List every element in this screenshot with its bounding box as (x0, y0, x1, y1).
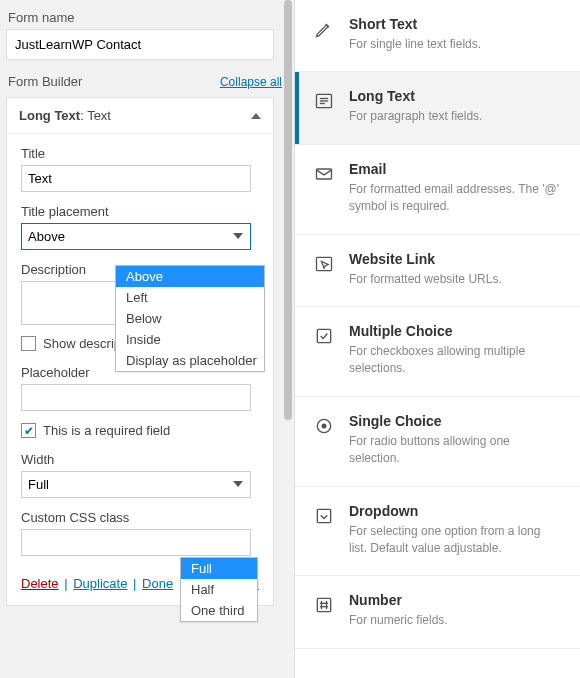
placement-option[interactable]: Inside (116, 329, 264, 350)
placement-option[interactable]: Display as placeholder (116, 350, 264, 371)
field-types-panel: Short TextFor single line text fields.Lo… (295, 0, 580, 678)
checkbox-icon (313, 325, 335, 347)
field-type-desc: For single line text fields. (349, 36, 560, 53)
field-type-desc: For formatted website URLs. (349, 271, 560, 288)
svg-rect-10 (317, 599, 330, 612)
done-link[interactable]: Done (142, 576, 173, 591)
svg-point-8 (322, 423, 327, 428)
field-type-single-choice[interactable]: Single ChoiceFor radio buttons allowing … (295, 397, 580, 487)
field-header-title: Long Text: Text (19, 108, 111, 123)
collapse-all-link[interactable]: Collapse all (220, 75, 282, 89)
paragraph-icon (313, 90, 335, 112)
field-header[interactable]: Long Text: Text (7, 98, 273, 134)
title-input[interactable] (21, 165, 251, 192)
scrollbar-thumb[interactable] (284, 0, 292, 420)
title-label: Title (21, 146, 259, 161)
placeholder-input[interactable] (21, 384, 251, 411)
radio-icon (313, 415, 335, 437)
field-type-long-text[interactable]: Long TextFor paragraph text fields. (295, 72, 580, 144)
chevron-up-icon (251, 113, 261, 119)
dropdown-icon (313, 505, 335, 527)
placement-option[interactable]: Left (116, 287, 264, 308)
form-builder-panel: Form name Form Builder Collapse all Long… (0, 0, 295, 678)
field-type-website-link[interactable]: Website LinkFor formatted website URLs. (295, 235, 580, 307)
custom-css-label: Custom CSS class (21, 510, 259, 525)
field-type-title: Short Text (349, 16, 560, 32)
mail-icon (313, 163, 335, 185)
field-type-desc: For paragraph text fields. (349, 108, 560, 125)
cursor-icon (313, 253, 335, 275)
custom-css-input[interactable] (21, 529, 251, 556)
scrollbar[interactable] (284, 0, 292, 678)
pencil-icon (313, 18, 335, 40)
svg-rect-9 (317, 509, 330, 522)
svg-rect-4 (317, 169, 332, 179)
field-type-title: Long Text (349, 88, 560, 104)
width-select[interactable] (21, 471, 251, 498)
field-type-number[interactable]: NumberFor numeric fields. (295, 576, 580, 648)
required-checkbox-row[interactable]: This is a required field (21, 423, 259, 438)
title-placement-dropdown: AboveLeftBelowInsideDisplay as placehold… (115, 265, 265, 372)
hash-icon (313, 594, 335, 616)
field-type-desc: For numeric fields. (349, 612, 560, 629)
field-type-title: Multiple Choice (349, 323, 560, 339)
field-type-short-text[interactable]: Short TextFor single line text fields. (295, 0, 580, 72)
delete-link[interactable]: Delete (21, 576, 59, 591)
tooltip-checkbox[interactable] (21, 336, 36, 351)
form-name-input[interactable] (6, 29, 274, 60)
placement-option[interactable]: Below (116, 308, 264, 329)
field-type-label: Long Text (19, 108, 80, 123)
required-checkbox-label: This is a required field (43, 423, 170, 438)
svg-rect-6 (317, 329, 330, 342)
width-option[interactable]: One third (181, 600, 257, 621)
width-option[interactable]: Half (181, 579, 257, 600)
form-builder-heading: Form Builder (8, 74, 82, 89)
field-type-desc: For radio buttons allowing one selection… (349, 433, 560, 468)
field-type-multiple-choice[interactable]: Multiple ChoiceFor checkboxes allowing m… (295, 307, 580, 397)
field-type-title: Website Link (349, 251, 560, 267)
duplicate-link[interactable]: Duplicate (73, 576, 127, 591)
width-dropdown: FullHalfOne third (180, 557, 258, 622)
title-placement-label: Title placement (21, 204, 259, 219)
placement-option[interactable]: Above (116, 266, 264, 287)
field-type-title: Single Choice (349, 413, 560, 429)
width-option[interactable]: Full (181, 558, 257, 579)
width-label: Width (21, 452, 259, 467)
field-type-title: Number (349, 592, 560, 608)
field-type-desc: For checkboxes allowing multiple selecti… (349, 343, 560, 378)
field-type-title: Email (349, 161, 560, 177)
field-type-suffix: : Text (80, 108, 111, 123)
field-type-desc: For formatted email addresses. The '@' s… (349, 181, 560, 216)
field-type-email[interactable]: EmailFor formatted email addresses. The … (295, 145, 580, 235)
field-type-title: Dropdown (349, 503, 560, 519)
field-type-desc: For selecting one option from a long lis… (349, 523, 560, 558)
field-type-dropdown[interactable]: DropdownFor selecting one option from a … (295, 487, 580, 577)
title-placement-select[interactable] (21, 223, 251, 250)
form-name-label: Form name (8, 10, 284, 25)
required-checkbox[interactable] (21, 423, 36, 438)
